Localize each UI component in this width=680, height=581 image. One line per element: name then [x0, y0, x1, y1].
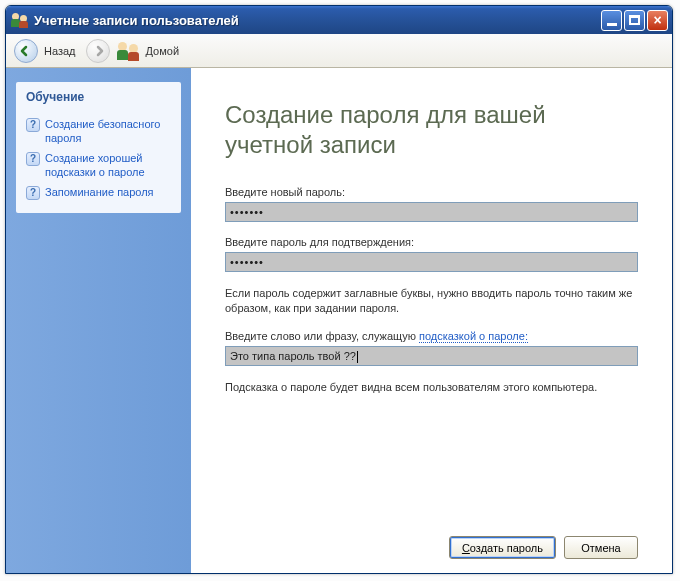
window-title: Учетные записи пользователей — [34, 13, 599, 28]
confirm-password-label: Введите пароль для подтверждения: — [225, 236, 638, 248]
titlebar: Учетные записи пользователей × — [6, 6, 672, 34]
confirm-password-input[interactable]: ••••••• — [225, 252, 638, 272]
sidebar-item-label: Создание безопасного пароля — [45, 117, 173, 145]
help-icon: ? — [26, 186, 40, 200]
hint-input[interactable]: Это типа пароль твой ?? — [225, 346, 638, 366]
sidebar-item-label: Запоминание пароля — [45, 185, 173, 199]
client-area: Обучение ? Создание безопасного пароля ?… — [6, 68, 672, 573]
hint-label: Введите слово или фразу, служащую подска… — [225, 330, 638, 342]
page-title: Создание пароля для вашей учетной записи — [225, 100, 638, 160]
new-password-input[interactable]: ••••••• — [225, 202, 638, 222]
create-password-button[interactable]: Создать пароль — [449, 536, 556, 559]
sidebar-item-remember-password[interactable]: ? Запоминание пароля — [22, 182, 175, 203]
home-icon[interactable] — [118, 41, 140, 61]
window: Учетные записи пользователей × Назад Дом… — [5, 5, 673, 574]
hint-visibility-note: Подсказка о пароле будет видна всем поль… — [225, 380, 638, 395]
help-icon: ? — [26, 152, 40, 166]
main-content: Создание пароля для вашей учетной записи… — [191, 68, 672, 573]
password-hint-link[interactable]: подсказкой о пароле: — [419, 330, 528, 343]
sidebar-heading: Обучение — [26, 90, 175, 104]
cancel-button[interactable]: Отмена — [564, 536, 638, 559]
sidebar-item-safe-password[interactable]: ? Создание безопасного пароля — [22, 114, 175, 148]
sidebar: Обучение ? Создание безопасного пароля ?… — [6, 68, 191, 573]
help-icon: ? — [26, 118, 40, 132]
new-password-label: Введите новый пароль: — [225, 186, 638, 198]
learning-panel: Обучение ? Создание безопасного пароля ?… — [16, 82, 181, 213]
close-button[interactable]: × — [647, 10, 668, 31]
sidebar-item-good-hint[interactable]: ? Создание хорошей подсказки о пароле — [22, 148, 175, 182]
back-label[interactable]: Назад — [44, 45, 76, 57]
button-row: Создать пароль Отмена — [225, 526, 638, 559]
forward-button — [86, 39, 110, 63]
back-button[interactable] — [14, 39, 38, 63]
caps-note: Если пароль содержит заглавные буквы, ну… — [225, 286, 638, 316]
maximize-button[interactable] — [624, 10, 645, 31]
home-label[interactable]: Домой — [146, 45, 180, 57]
sidebar-item-label: Создание хорошей подсказки о пароле — [45, 151, 173, 179]
user-accounts-icon — [12, 12, 28, 28]
toolbar: Назад Домой — [6, 34, 672, 68]
minimize-button[interactable] — [601, 10, 622, 31]
